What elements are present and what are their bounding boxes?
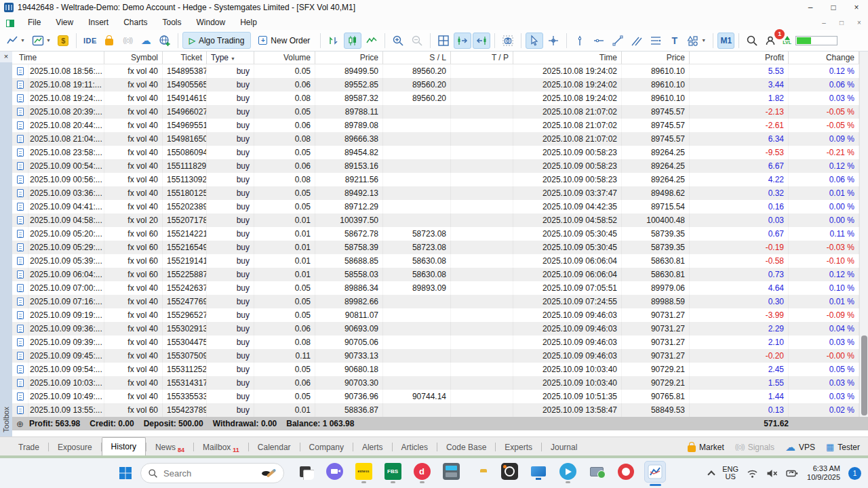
column-header-time2[interactable]: Time [513, 52, 622, 64]
menu-file[interactable]: File [20, 18, 48, 27]
tab-history[interactable]: History [102, 437, 146, 455]
search-input[interactable] [163, 468, 256, 479]
vps-button[interactable]: ☁ [138, 33, 155, 49]
expand-icon[interactable]: ⊕ [16, 419, 24, 429]
scrollbar-thumb[interactable] [861, 336, 867, 415]
table-row[interactable]: 2025.10.09 09:36:...fx vol 40155302913bu… [12, 322, 868, 336]
menu-view[interactable]: View [48, 18, 81, 27]
status-tester[interactable]: ▦ Tester [826, 442, 860, 452]
tab-mailbox[interactable]: Mailbox11 [194, 439, 248, 455]
horizontal-line-button[interactable] [590, 33, 608, 49]
tray-expand-chevron-icon[interactable] [708, 470, 715, 478]
chat-app-button[interactable] [324, 463, 344, 483]
table-row[interactable]: 2025.10.09 00:56:...fx vol 40155113092bu… [12, 173, 868, 186]
child-minimize-button[interactable]: – [815, 19, 833, 26]
table-row[interactable]: 2025.10.09 00:54:...fx vol 40155111829bu… [12, 159, 868, 173]
tab-alerts[interactable]: Alerts [353, 439, 392, 455]
metaeditor-button[interactable]: IDE [81, 33, 100, 49]
chart-profiles-button[interactable]: ▼ [29, 33, 54, 49]
table-row[interactable]: 2025.10.09 09:45:...fx vol 40155307509bu… [12, 349, 868, 363]
table-row[interactable]: 2025.10.09 07:00:...fx vol 40155242637bu… [12, 281, 868, 295]
fbs-app-button[interactable]: FBS [382, 463, 403, 483]
opera-button[interactable] [616, 464, 636, 483]
table-row[interactable]: 2025.10.09 10:03:...fx vol 40155314317bu… [12, 376, 868, 390]
table-row[interactable]: 2025.10.09 07:16:...fx vol 40155247769bu… [12, 295, 868, 308]
files-app-button[interactable] [441, 463, 461, 483]
candlestick-chart-button[interactable] [344, 33, 361, 49]
algo-trading-button[interactable]: ▷ Algo Trading [182, 32, 252, 49]
table-row[interactable]: 2025.10.09 09:19:...fx vol 40155296527bu… [12, 308, 868, 322]
wifi-icon[interactable] [747, 468, 758, 479]
table-row[interactable]: 2025.10.09 06:04:...fx vol 60155225887bu… [12, 268, 868, 281]
tab-trade[interactable]: Trade [9, 439, 48, 455]
tile-windows-button[interactable] [435, 33, 452, 49]
file-explorer-button[interactable] [470, 472, 490, 475]
auto-scroll-button[interactable] [473, 33, 490, 49]
table-row[interactable]: 2025.10.08 19:11:...fx vol 40154905565bu… [12, 78, 868, 92]
community-button[interactable] [156, 33, 174, 49]
taskbar-search[interactable] [140, 463, 284, 483]
tab-news[interactable]: News84 [146, 439, 193, 455]
signals-button[interactable]: ((o)) [119, 33, 136, 49]
metatrader-button[interactable] [645, 461, 665, 486]
timeframe-m1-button[interactable]: M1 [717, 33, 734, 49]
column-header-profit[interactable]: Profit [690, 52, 789, 64]
chart-style-button[interactable]: ▼ [3, 33, 28, 49]
tick-chart-button[interactable] [325, 33, 342, 49]
data-window-button[interactable]: $ [55, 33, 72, 49]
close-button[interactable]: × [845, 0, 868, 15]
cursor-button[interactable] [526, 33, 543, 49]
telegram-button[interactable] [557, 463, 578, 483]
column-header-price2[interactable]: Price [622, 52, 690, 64]
taskbar-clock[interactable]: 6:33 AM 10/9/2025 [807, 464, 840, 482]
panel-close-button[interactable]: × [0, 52, 12, 62]
table-row[interactable]: 2025.10.09 05:20:...fx vol 60155214221bu… [12, 227, 868, 241]
trendline-button[interactable] [609, 33, 627, 49]
table-row[interactable]: 2025.10.09 05:29:...fx vol 60155216549bu… [12, 241, 868, 254]
language-indicator[interactable]: ENG US [722, 466, 738, 481]
market-button[interactable] [101, 33, 118, 49]
status-market[interactable]: Market [688, 443, 724, 452]
table-row[interactable]: 2025.10.08 18:56:...fx vol 40154895387bu… [12, 64, 868, 78]
table-row[interactable]: 2025.10.09 04:58:...fx vol 20155207178bu… [12, 214, 868, 227]
shift-end-button[interactable] [454, 33, 471, 49]
notifications-button[interactable]: 1 [762, 33, 780, 49]
vertical-scrollbar[interactable] [859, 52, 868, 417]
column-header-tp[interactable]: T / P [451, 52, 513, 64]
screenshot-button[interactable] [499, 33, 517, 49]
column-header-symbol[interactable]: Symbol [104, 52, 163, 64]
line-chart-mode-button[interactable] [363, 33, 380, 49]
column-header-change[interactable]: Change [789, 52, 859, 64]
remote-utilities-button[interactable] [587, 463, 607, 483]
remote-desktop-button[interactable] [528, 463, 549, 483]
table-row[interactable]: 2025.10.08 20:44:...fx vol 40154969551bu… [12, 119, 868, 132]
vertical-line-button[interactable] [571, 33, 589, 49]
table-row[interactable]: 2025.10.09 03:36:...fx vol 40155180125bu… [12, 186, 868, 200]
start-button[interactable] [119, 466, 132, 480]
task-view-button[interactable] [295, 463, 315, 483]
menu-insert[interactable]: Insert [81, 18, 116, 27]
tab-code-base[interactable]: Code Base [437, 439, 495, 455]
column-header-type[interactable]: Type▼ [207, 52, 254, 64]
battery-icon[interactable] [786, 468, 799, 479]
column-header-sl[interactable]: S / L [383, 52, 451, 64]
status-signals[interactable]: ((o)) Signals [735, 443, 774, 452]
table-row[interactable]: 2025.10.09 09:39:...fx vol 40155304475bu… [12, 336, 868, 349]
menu-charts[interactable]: Charts [116, 18, 155, 27]
notification-center-badge[interactable]: 1 [848, 467, 861, 480]
crosshair-button[interactable] [545, 33, 562, 49]
menu-help[interactable]: Help [233, 18, 264, 27]
tab-calendar[interactable]: Calendar [249, 439, 300, 455]
zoom-in-button[interactable] [389, 33, 407, 49]
d-app-button[interactable]: d [412, 463, 432, 483]
tab-experts[interactable]: Experts [496, 439, 541, 455]
child-close-button[interactable]: × [850, 19, 868, 26]
tab-company[interactable]: Company [300, 439, 353, 455]
type-filter-icon[interactable]: ▼ [231, 56, 235, 61]
table-row[interactable]: 2025.10.08 19:24:...fx vol 40154914619bu… [12, 92, 868, 105]
column-header-ticket[interactable]: Ticket [163, 52, 207, 64]
minimize-button[interactable]: – [799, 0, 822, 15]
menu-window[interactable]: Window [189, 18, 233, 27]
column-header-price[interactable]: Price [315, 52, 383, 64]
search-button[interactable] [743, 33, 761, 49]
